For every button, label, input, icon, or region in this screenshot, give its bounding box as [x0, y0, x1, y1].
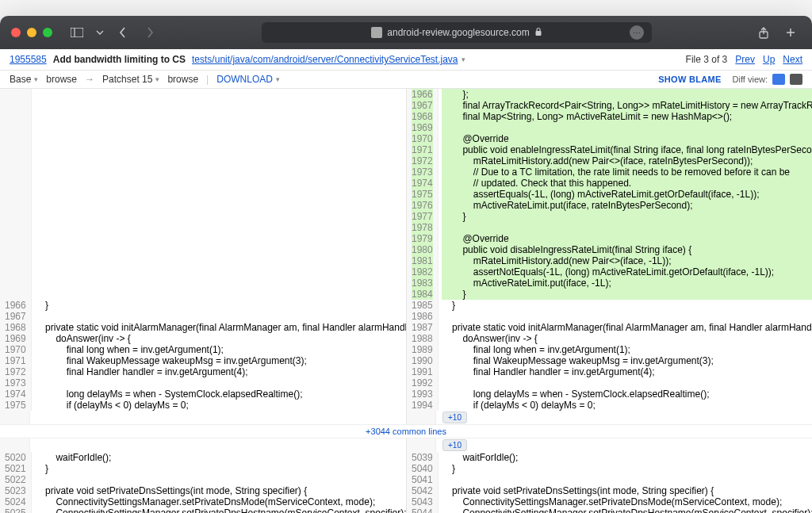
line-number[interactable]: 1973 [5, 377, 26, 389]
common-lines-expander[interactable]: +3044 common lines [0, 424, 812, 438]
browse-base-link[interactable]: browse [46, 74, 77, 85]
expand-context-button[interactable]: +10 [442, 439, 467, 451]
line-number[interactable]: 5042 [412, 485, 433, 496]
code-line: assertNotEquals(-1L, (long) mActiveRateL… [442, 266, 812, 278]
svg-rect-2 [535, 31, 541, 36]
back-button[interactable] [113, 22, 133, 43]
line-number[interactable]: 5022 [5, 474, 26, 485]
maximize-window-button[interactable] [43, 28, 52, 37]
minimize-window-button[interactable] [27, 28, 36, 37]
code-line [442, 311, 812, 322]
line-number[interactable]: 1986 [412, 311, 433, 322]
line-number[interactable]: 5025 [5, 507, 26, 513]
line-number[interactable]: 1977 [412, 211, 433, 222]
line-number[interactable]: 1984 [412, 289, 433, 300]
line-number[interactable]: 1993 [412, 389, 433, 400]
code-line [35, 377, 406, 389]
line-number[interactable]: 1967 [412, 100, 433, 111]
url-bar[interactable]: android-review.googlesource.com ⋯ [262, 22, 652, 43]
show-blame-button[interactable]: SHOW BLAME [658, 75, 721, 84]
line-number[interactable]: 1969 [5, 333, 26, 344]
base-selector[interactable]: Base ▾ [10, 74, 38, 85]
prev-file-link[interactable]: Prev [735, 54, 755, 65]
line-number[interactable]: 1989 [412, 344, 433, 355]
expand-context-button[interactable]: +10 [442, 412, 467, 423]
line-number[interactable]: 1968 [412, 111, 433, 122]
line-number[interactable]: 1982 [412, 266, 433, 278]
download-menu[interactable]: DOWNLOAD ▾ [216, 74, 280, 85]
line-number[interactable]: 5024 [5, 496, 26, 507]
line-number[interactable]: 5041 [412, 474, 433, 485]
line-number[interactable]: 1980 [412, 244, 433, 255]
change-subject: Add bandwidth limiting to CS [53, 54, 186, 65]
line-number[interactable]: 5023 [5, 485, 26, 496]
expand-row-top: +10 [0, 411, 812, 424]
patchset-selector[interactable]: Patchset 15 ▾ [102, 74, 159, 85]
line-number[interactable]: 1987 [412, 322, 433, 333]
share-icon[interactable] [753, 22, 774, 43]
line-number[interactable]: 1972 [412, 155, 433, 167]
line-number[interactable]: 1972 [5, 366, 26, 377]
line-number[interactable]: 1974 [5, 389, 26, 400]
base-label: Base [10, 74, 31, 85]
line-number[interactable]: 1978 [412, 222, 433, 233]
left-pane: 1966196719681969197019711972197319741975… [0, 89, 406, 411]
line-number[interactable]: 1971 [412, 144, 433, 155]
patchset-bar: Base ▾ browse → Patchset 15 ▾ browse | D… [0, 71, 812, 89]
next-file-link[interactable]: Next [783, 54, 802, 65]
new-tab-icon[interactable] [780, 22, 801, 43]
line-number[interactable]: 1970 [5, 344, 26, 355]
unified-view-button[interactable] [790, 74, 802, 85]
line-number[interactable]: 1991 [412, 366, 433, 377]
line-number[interactable]: 1981 [412, 255, 433, 266]
line-number[interactable]: 5043 [412, 496, 433, 507]
diff-view-label: Diff view: [733, 75, 768, 84]
code-line: } [35, 300, 406, 311]
left-gutter: 5020502150225023502450255026502750285029 [0, 452, 32, 513]
line-number[interactable]: 1966 [5, 300, 26, 311]
line-number[interactable]: 1974 [412, 178, 433, 189]
file-dropdown-icon[interactable]: ▾ [462, 56, 465, 63]
line-number[interactable]: 1968 [5, 322, 26, 333]
line-number[interactable]: 1967 [5, 311, 26, 322]
right-code: waitForIdle(); } private void setPrivate… [439, 452, 812, 513]
line-number[interactable]: 1973 [412, 167, 433, 178]
line-number[interactable]: 1975 [5, 400, 26, 411]
code-line: if (delayMs < 0) delayMs = 0; [442, 400, 812, 411]
code-line: public void disableIngressRateLimit(fina… [442, 244, 812, 255]
code-line: mActiveRateLimit.put(iface, rateInBytesP… [442, 200, 812, 211]
line-number[interactable]: 5040 [412, 463, 433, 474]
line-number[interactable]: 1983 [412, 278, 433, 289]
change-id-link[interactable]: 1955585 [10, 54, 47, 65]
reader-mode-icon[interactable]: ⋯ [630, 25, 644, 40]
line-number[interactable]: 1969 [412, 122, 433, 133]
code-line: final WakeupMessage wakeupMsg = inv.getA… [35, 355, 406, 366]
file-path-link[interactable]: tests/unit/java/com/android/server/Conne… [192, 54, 458, 65]
line-number[interactable]: 5020 [5, 452, 26, 463]
line-number[interactable]: 1976 [412, 200, 433, 211]
code-line: mRateLimitHistory.add(new Pair<>(iface, … [442, 155, 812, 167]
line-number[interactable]: 5021 [5, 463, 26, 474]
line-number[interactable]: 1994 [412, 400, 433, 411]
line-number[interactable]: 1990 [412, 355, 433, 366]
line-number[interactable]: 1970 [412, 133, 433, 144]
line-number[interactable]: 1992 [412, 377, 433, 389]
up-link[interactable]: Up [763, 54, 775, 65]
line-number[interactable]: 1975 [412, 189, 433, 200]
chevron-down-icon[interactable] [94, 22, 106, 43]
line-number[interactable]: 1988 [412, 333, 433, 344]
line-number[interactable]: 1971 [5, 355, 26, 366]
side-by-side-view-button[interactable] [772, 74, 785, 85]
code-line: @Override [442, 133, 812, 144]
line-number[interactable]: 1966 [412, 89, 433, 100]
forward-button[interactable] [140, 22, 160, 43]
code-line: } [442, 211, 812, 222]
diff-section-2: 5020502150225023502450255026502750285029… [0, 452, 812, 513]
line-number[interactable]: 1979 [412, 233, 433, 244]
line-number[interactable]: 5039 [412, 452, 433, 463]
sidebar-icon[interactable] [67, 22, 87, 43]
close-window-button[interactable] [11, 28, 21, 37]
line-number[interactable]: 1985 [412, 300, 433, 311]
line-number[interactable]: 5044 [412, 507, 433, 513]
browse-patchset-link[interactable]: browse [167, 74, 198, 85]
